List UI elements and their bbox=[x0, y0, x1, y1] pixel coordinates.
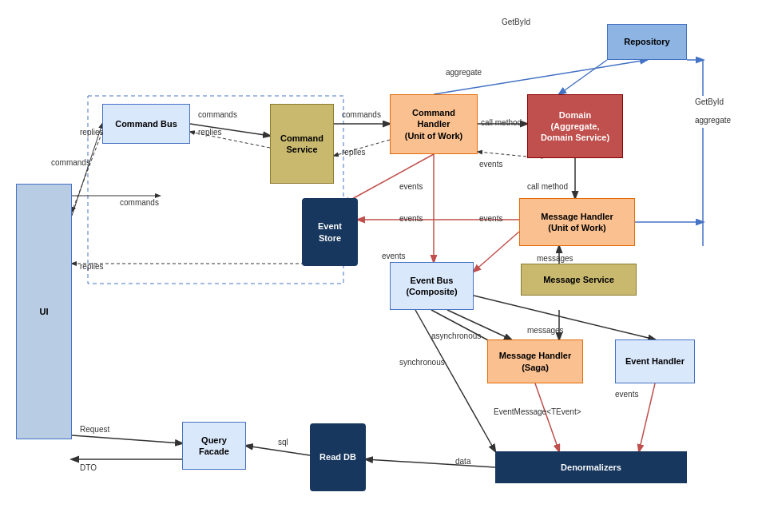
command-bus-box: Command Bus bbox=[102, 104, 190, 144]
read-db-label: Read DB bbox=[319, 451, 356, 463]
message-service-box: Message Service bbox=[521, 264, 637, 296]
arrow-label-26: commands bbox=[120, 198, 159, 207]
arrow-label-15: events bbox=[382, 252, 405, 260]
arrow-label-1: replies bbox=[198, 128, 221, 137]
svg-line-32 bbox=[246, 446, 310, 455]
message-handler-label: Message Handler (Unit of Work) bbox=[541, 211, 613, 234]
command-service-box: Command Service bbox=[270, 104, 334, 184]
repository-label: Repository bbox=[624, 36, 669, 47]
arrow-label-6: GetById bbox=[502, 18, 530, 26]
event-handler-label: Event Handler bbox=[625, 355, 685, 367]
domain-label: Domain (Aggregate, Domain Service) bbox=[541, 109, 609, 144]
arrow-label-11: events bbox=[479, 214, 502, 223]
command-service-label: Command Service bbox=[280, 133, 323, 156]
arrow-label-8: aggregate bbox=[695, 116, 731, 125]
message-handler-box: Message Handler (Unit of Work) bbox=[519, 198, 635, 246]
arrow-label-21: data bbox=[455, 457, 470, 466]
ui-box: UI bbox=[16, 184, 72, 439]
svg-line-13 bbox=[559, 60, 607, 94]
arrow-label-10: events bbox=[399, 182, 423, 191]
arrow-label-23: replies bbox=[80, 128, 103, 137]
message-handler-saga-box: Message Handler (Saga) bbox=[487, 339, 583, 383]
query-facade-label: Query Facade bbox=[199, 435, 229, 458]
domain-box: Domain (Aggregate, Domain Service) bbox=[527, 94, 623, 158]
arrow-label-0: commands bbox=[198, 110, 237, 119]
arrow-label-14: messages bbox=[537, 254, 573, 263]
arrow-label-5: aggregate bbox=[446, 68, 482, 77]
arrow-label-2: commands bbox=[342, 110, 381, 119]
command-bus-label: Command Bus bbox=[115, 118, 177, 129]
arrow-label-25: replies bbox=[80, 262, 103, 271]
message-handler-saga-label: Message Handler (Saga) bbox=[499, 350, 571, 373]
svg-line-29 bbox=[639, 383, 655, 451]
arrow-label-13: call method bbox=[527, 182, 568, 191]
arrow-label-12: events bbox=[399, 214, 423, 223]
command-handler-box: Command Handler (Unit of Work) bbox=[390, 94, 478, 154]
arrow-label-24: commands bbox=[51, 158, 90, 167]
svg-line-26 bbox=[474, 296, 655, 339]
event-store-box: Event Store bbox=[302, 198, 358, 266]
arrow-label-22: sql bbox=[278, 438, 288, 447]
event-bus-box: Event Bus (Composite) bbox=[390, 262, 474, 310]
event-bus-label: Event Bus (Composite) bbox=[406, 275, 457, 298]
arrow-label-18: synchronous bbox=[399, 358, 445, 367]
arrow-label-3: replies bbox=[342, 148, 365, 157]
svg-line-31 bbox=[366, 459, 495, 467]
denormalizers-label: Denormalizers bbox=[561, 462, 621, 473]
ui-label: UI bbox=[40, 306, 49, 317]
arrow-label-19: EventMessage<TEvent> bbox=[494, 407, 581, 416]
svg-line-1 bbox=[72, 124, 102, 216]
svg-line-33 bbox=[72, 435, 182, 443]
arrow-label-9: events bbox=[479, 160, 502, 169]
arrow-label-17: asynchronous bbox=[431, 332, 481, 340]
svg-line-28 bbox=[535, 383, 559, 451]
arrow-label-20: events bbox=[615, 390, 638, 399]
svg-line-19 bbox=[343, 154, 434, 204]
message-service-label: Message Service bbox=[543, 274, 614, 285]
event-handler-box: Event Handler bbox=[615, 339, 695, 383]
arrow-label-4: call method bbox=[481, 118, 522, 127]
svg-line-2 bbox=[72, 132, 102, 212]
svg-line-22 bbox=[474, 232, 519, 272]
event-store-label: Event Store bbox=[318, 220, 342, 244]
query-facade-box: Query Facade bbox=[182, 422, 246, 470]
svg-line-12 bbox=[434, 60, 647, 94]
arrow-label-28: DTO bbox=[80, 463, 97, 472]
read-db-box: Read DB bbox=[310, 423, 366, 491]
arrow-label-16: messages bbox=[527, 326, 564, 335]
arrow-label-27: Request bbox=[80, 425, 109, 434]
arrow-label-7: GetById bbox=[695, 97, 724, 106]
denormalizers-box: Denormalizers bbox=[495, 451, 687, 483]
command-handler-label: Command Handler (Unit of Work) bbox=[405, 107, 463, 141]
repository-box: Repository bbox=[607, 24, 687, 60]
cqrs-diagram: UICommand BusCommand ServiceCommand Hand… bbox=[0, 0, 758, 532]
